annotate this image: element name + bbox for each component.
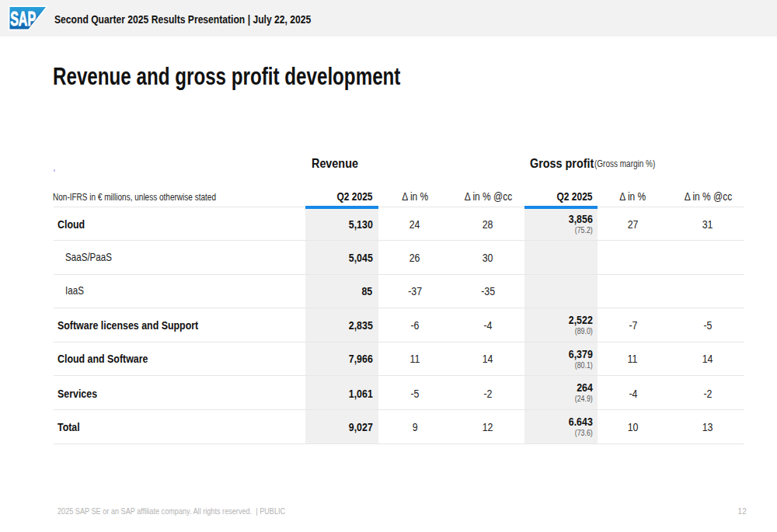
svg-text:SAP: SAP [10,8,36,29]
